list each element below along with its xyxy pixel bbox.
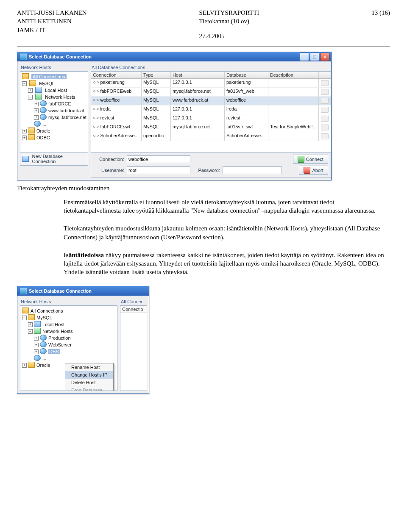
tree-oracle[interactable]: Oracle — [36, 128, 50, 133]
titlebar[interactable]: Select Database Connection — [17, 286, 149, 296]
app-icon — [20, 53, 27, 60]
globe-icon — [40, 335, 47, 341]
tree2-root[interactable]: All Connections — [30, 308, 63, 313]
doc-title: SELVITYSRAPORTTI — [199, 8, 259, 17]
tree-farbdruck[interactable]: www.farbdruck.at — [48, 108, 84, 113]
connections-table[interactable]: Connection Type Host Database Descriptio… — [91, 71, 331, 152]
context-menu[interactable]: Rename Host Change Host's IP Delete Host… — [65, 363, 114, 391]
row-action-icon[interactable] — [321, 80, 329, 86]
table-row[interactable]: <·> paketierungMySQL127.0.0.1paketierung — [91, 79, 331, 88]
row-action-icon[interactable] — [321, 125, 329, 130]
table-row[interactable]: <·> SchoberAdresse...openodbcSchoberAdre… — [91, 132, 331, 141]
page-num: 13 (16) — [371, 8, 390, 17]
username-input[interactable] — [127, 166, 190, 174]
password-input[interactable] — [223, 166, 282, 174]
hosts-tree-2[interactable]: All Connections −MySQL +Local Host −Netw… — [20, 305, 117, 391]
username-label: Username: — [94, 168, 124, 173]
tree-network-hosts[interactable]: Network Hosts — [45, 94, 76, 100]
expander-icon[interactable]: + — [34, 343, 39, 347]
expander-icon[interactable]: − — [28, 95, 33, 100]
expander-icon[interactable]: + — [22, 136, 27, 140]
expander-icon[interactable]: − — [22, 81, 27, 86]
header-mid: SELVITYSRAPORTTI Tietokannat (10 ov) 27.… — [199, 8, 259, 40]
minimize-button[interactable]: _ — [300, 53, 309, 61]
col-connection[interactable]: Connection — [91, 72, 142, 78]
section-title: Tietokantayhteyden muodostaminen — [17, 185, 390, 192]
connect-button[interactable]: Connect — [293, 155, 328, 164]
expander-icon[interactable]: + — [34, 349, 39, 354]
credentials-form: Connection: Connect Username: Password: — [91, 152, 331, 177]
ctx-delete[interactable]: Delete Host — [65, 379, 113, 386]
link-icon: <·> — [93, 98, 99, 103]
org: JAMK / IT — [17, 26, 87, 34]
table-row[interactable]: <·> fabFORCEswfMySQLmysql.fabforce.netfa… — [91, 123, 331, 132]
maximize-button[interactable]: □ — [310, 53, 319, 61]
tree2-local[interactable]: Local Host — [42, 322, 65, 327]
titlebar[interactable]: Select Database Connection _ □ × — [17, 52, 331, 61]
expander-icon[interactable]: + — [28, 88, 33, 93]
link-icon: <·> — [93, 89, 99, 94]
connect-label: Connect — [306, 157, 323, 162]
tree2-net[interactable]: Network Hosts — [42, 329, 73, 334]
row-action-icon[interactable] — [321, 116, 329, 122]
connection-input[interactable] — [127, 155, 190, 163]
folder-icon — [28, 314, 35, 320]
row-action-icon[interactable] — [321, 107, 329, 113]
globe-icon — [40, 107, 47, 113]
tree2-dbs[interactable]: DBS — [48, 349, 60, 354]
expander-icon[interactable]: + — [34, 102, 39, 106]
tree2-mysql[interactable]: MySQL — [36, 315, 53, 320]
link-icon: <·> — [93, 107, 99, 111]
col-connection-cropped: Connectio — [120, 306, 147, 313]
ctx-rename[interactable]: Rename Host — [65, 363, 113, 371]
col-description[interactable]: Description — [268, 72, 319, 78]
table-header: Connection Type Host Database Descriptio… — [91, 72, 331, 79]
hosts-tree[interactable]: All Connections − MySQL + Local Host — [20, 71, 88, 152]
all-connections-label: All Database Connections — [91, 64, 331, 71]
row-action-icon[interactable] — [321, 133, 329, 139]
expander-icon[interactable]: + — [28, 322, 33, 327]
paragraph-3: Isäntätiedoissa näkyy puumaisessa rakent… — [64, 251, 386, 277]
col-host[interactable]: Host — [171, 72, 225, 78]
folder-icon — [28, 127, 35, 133]
folder-icon — [22, 73, 29, 79]
tree2-webserver[interactable]: WebServer — [48, 342, 72, 347]
tree2-more[interactable]: ... — [42, 356, 47, 361]
tree-odbc[interactable]: ODBC — [36, 135, 50, 140]
tree-mysqlfab[interactable]: mysql.fabforce.net — [48, 115, 87, 120]
course: Tietokannat (10 ov) — [199, 17, 259, 25]
col-database[interactable]: Database — [225, 72, 268, 78]
divider — [17, 46, 390, 47]
expander-icon[interactable]: + — [22, 129, 27, 133]
host-icon — [35, 87, 42, 93]
table-row[interactable]: <·> fabFORCEwebMySQLmysql.fabforce.netfa… — [91, 88, 331, 97]
globe-icon — [34, 355, 41, 361]
table-row[interactable]: <·> webofficeMySQLwww.farbdruck.atweboff… — [91, 97, 331, 105]
globe-icon — [40, 348, 47, 354]
page-header: ANTTI-JUSSI LAKANEN ANTTI KETTUNEN JAMK … — [17, 8, 390, 40]
expander-icon[interactable]: + — [34, 336, 39, 341]
author-1: ANTTI-JUSSI LAKANEN — [17, 8, 87, 17]
close-button[interactable]: × — [320, 53, 329, 61]
tree-more[interactable]: ... — [42, 122, 47, 127]
table-row[interactable]: <·> revtestMySQL127.0.0.1revtest — [91, 114, 331, 123]
expander-icon[interactable]: + — [34, 108, 39, 113]
new-connection-button[interactable]: New Database Connection — [20, 152, 88, 166]
ctx-change-ip[interactable]: Change Host's IP — [65, 371, 113, 379]
tree-mysql[interactable]: MySQL — [39, 81, 55, 86]
row-action-icon[interactable] — [321, 89, 329, 95]
col-type[interactable]: Type — [142, 72, 171, 78]
expander-icon[interactable]: − — [28, 329, 33, 334]
tree2-oracle[interactable]: Oracle — [36, 363, 50, 368]
table-row[interactable]: <·> iredaMySQL127.0.0.1ireda — [91, 105, 331, 114]
tree-fabforce[interactable]: fabFORCE — [48, 101, 72, 106]
expander-icon[interactable]: + — [22, 363, 27, 368]
tree2-production[interactable]: Production — [48, 335, 71, 341]
row-action-icon[interactable] — [321, 98, 329, 104]
abort-button[interactable]: Abort — [299, 166, 328, 175]
para3-rest: näkyy puumaisessa rakenteessa kaikki ne … — [64, 252, 384, 276]
expander-icon[interactable]: + — [34, 115, 39, 120]
expander-icon[interactable]: − — [22, 316, 27, 320]
tree-localhost[interactable]: Local Host — [45, 88, 67, 93]
tree-root[interactable]: All Connections — [31, 74, 66, 79]
